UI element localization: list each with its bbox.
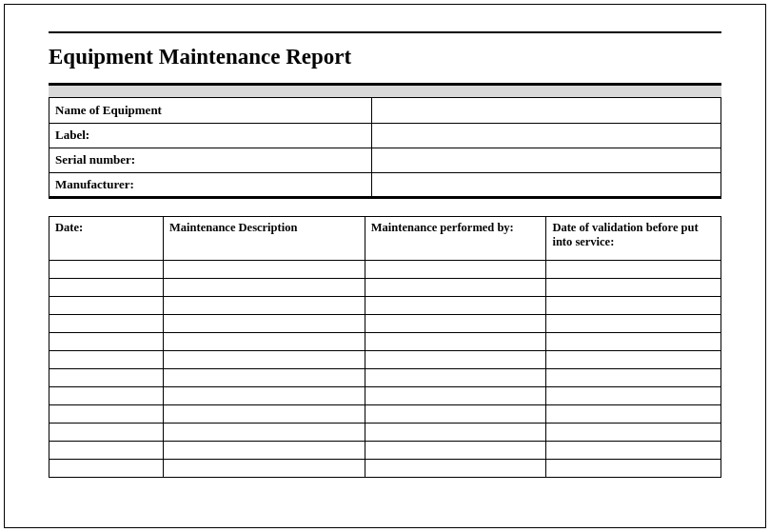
- log-cell-performed_by: [365, 350, 546, 368]
- log-cell-validation: [546, 423, 721, 441]
- log-cell-date: [49, 350, 164, 368]
- table-row: [49, 350, 721, 368]
- maintenance-log-table: Date: Maintenance Description Maintenanc…: [49, 216, 721, 478]
- log-cell-date: [49, 459, 164, 477]
- log-cell-performed_by: [365, 404, 546, 423]
- table-row: [49, 314, 721, 332]
- header-description: Maintenance Description: [164, 216, 365, 260]
- log-cell-date: [49, 404, 164, 423]
- log-cell-description: [164, 278, 365, 296]
- table-row: [49, 459, 721, 477]
- log-cell-validation: [546, 332, 721, 350]
- table-row: [49, 423, 721, 441]
- header-performed-by: Maintenance performed by:: [365, 216, 546, 260]
- log-cell-performed_by: [365, 441, 546, 459]
- table-row: Name of Equipment: [49, 98, 721, 123]
- table-row: [49, 332, 721, 350]
- document-border: Equipment Maintenance Report Name of Equ…: [4, 4, 766, 528]
- log-cell-date: [49, 260, 164, 278]
- document-content: Equipment Maintenance Report Name of Equ…: [5, 5, 765, 497]
- log-cell-performed_by: [365, 423, 546, 441]
- log-cell-validation: [546, 350, 721, 368]
- log-cell-description: [164, 423, 365, 441]
- log-cell-description: [164, 368, 365, 386]
- log-cell-performed_by: [365, 260, 546, 278]
- log-cell-description: [164, 441, 365, 459]
- log-cell-date: [49, 332, 164, 350]
- log-cell-description: [164, 260, 365, 278]
- log-cell-validation: [546, 459, 721, 477]
- log-cell-performed_by: [365, 314, 546, 332]
- table-row: Manufacturer:: [49, 172, 721, 197]
- table-row: [49, 441, 721, 459]
- serial-number-label: Serial number:: [49, 148, 372, 172]
- log-cell-validation: [546, 314, 721, 332]
- top-rule: [49, 31, 721, 33]
- log-cell-date: [49, 441, 164, 459]
- log-cell-validation: [546, 278, 721, 296]
- table-row: [49, 278, 721, 296]
- log-cell-date: [49, 296, 164, 314]
- label-label: Label:: [49, 123, 372, 148]
- log-cell-validation: [546, 441, 721, 459]
- log-cell-performed_by: [365, 386, 546, 404]
- equipment-info-table: Name of Equipment Label: Serial number: …: [49, 98, 721, 199]
- log-cell-description: [164, 386, 365, 404]
- log-cell-description: [164, 459, 365, 477]
- header-validation: Date of validation before put into servi…: [546, 216, 721, 260]
- table-row: [49, 368, 721, 386]
- table-row: [49, 386, 721, 404]
- log-cell-date: [49, 314, 164, 332]
- log-cell-validation: [546, 386, 721, 404]
- log-cell-performed_by: [365, 459, 546, 477]
- log-cell-validation: [546, 260, 721, 278]
- log-cell-date: [49, 386, 164, 404]
- header-date: Date:: [49, 216, 164, 260]
- section-gap: [49, 199, 721, 216]
- log-cell-description: [164, 404, 365, 423]
- log-cell-validation: [546, 368, 721, 386]
- table-row: [49, 260, 721, 278]
- title-underline-bar: [49, 83, 721, 98]
- log-cell-performed_by: [365, 368, 546, 386]
- log-cell-validation: [546, 404, 721, 423]
- table-row: [49, 404, 721, 423]
- manufacturer-value: [371, 172, 721, 197]
- log-cell-date: [49, 368, 164, 386]
- name-of-equipment-value: [371, 98, 721, 123]
- log-cell-performed_by: [365, 296, 546, 314]
- table-row: [49, 296, 721, 314]
- log-cell-validation: [546, 296, 721, 314]
- log-cell-description: [164, 350, 365, 368]
- log-table-body: [49, 260, 721, 477]
- report-title: Equipment Maintenance Report: [49, 45, 721, 69]
- log-cell-performed_by: [365, 332, 546, 350]
- manufacturer-label: Manufacturer:: [49, 172, 372, 197]
- log-cell-date: [49, 278, 164, 296]
- name-of-equipment-label: Name of Equipment: [49, 98, 372, 123]
- table-row: Serial number:: [49, 148, 721, 172]
- log-cell-description: [164, 296, 365, 314]
- log-cell-description: [164, 314, 365, 332]
- log-cell-date: [49, 423, 164, 441]
- label-value: [371, 123, 721, 148]
- log-cell-performed_by: [365, 278, 546, 296]
- serial-number-value: [371, 148, 721, 172]
- log-cell-description: [164, 332, 365, 350]
- table-row: Label:: [49, 123, 721, 148]
- table-header-row: Date: Maintenance Description Maintenanc…: [49, 216, 721, 260]
